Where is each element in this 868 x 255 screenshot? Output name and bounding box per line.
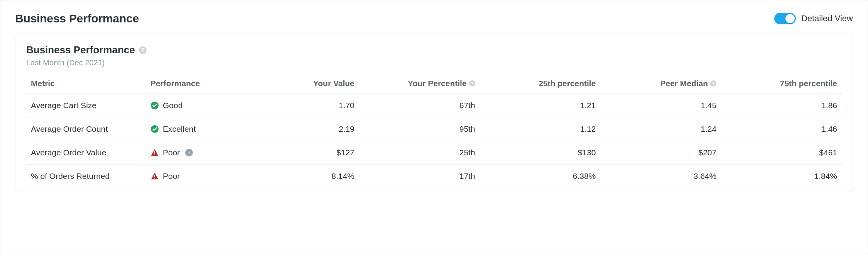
help-icon[interactable]: ? — [139, 46, 147, 54]
col-header-p75: 75th percentile — [721, 77, 842, 94]
table-row: % of Orders ReturnedPoor8.14%17th6.38%3.… — [26, 165, 842, 188]
performance-cell: Poor — [146, 165, 238, 188]
your-value-cell: 1.70 — [238, 94, 359, 117]
check-circle-icon — [150, 101, 159, 110]
metric-cell: Average Order Value — [26, 141, 146, 165]
peer-median-cell: $207 — [600, 141, 721, 165]
metric-cell: Average Order Count — [26, 117, 146, 141]
svg-rect-3 — [154, 155, 155, 155]
p25-cell: 1.21 — [480, 94, 601, 117]
col-header-peer-median: Peer Median ? — [600, 77, 721, 94]
performance-cell: Good — [146, 94, 238, 117]
col-header-peer-median-label: Peer Median — [660, 79, 708, 88]
svg-rect-5 — [154, 178, 155, 179]
performance-card: Business Performance ? Last Month (Dec 2… — [15, 34, 853, 192]
detailed-view-toggle[interactable] — [774, 13, 796, 24]
table-header-row: Metric Performance Your Value Your Perce… — [26, 77, 842, 94]
p75-cell: 1.84% — [721, 165, 842, 188]
business-performance-panel: Business Performance Detailed View Busin… — [0, 0, 868, 255]
col-header-metric: Metric — [26, 77, 146, 94]
p75-cell: $461 — [721, 141, 842, 165]
performance-label: Excellent — [163, 124, 196, 134]
help-icon[interactable]: ? — [710, 80, 716, 87]
col-header-performance: Performance — [146, 77, 238, 94]
col-header-your-percentile-label: Your Percentile — [408, 79, 467, 88]
card-title-row: Business Performance ? — [26, 44, 842, 56]
performance-label: Poor — [163, 148, 180, 157]
svg-rect-2 — [154, 151, 155, 153]
peer-median-cell: 3.64% — [600, 165, 721, 188]
your-percentile-cell: 67th — [359, 94, 480, 117]
your-value-cell: 8.14% — [238, 165, 359, 188]
performance-cell: Poori — [146, 141, 238, 165]
your-percentile-cell: 17th — [359, 165, 480, 188]
your-percentile-cell: 25th — [359, 141, 480, 165]
detailed-view-label: Detailed View — [801, 14, 853, 24]
p25-cell: 6.38% — [480, 165, 601, 188]
header-row: Business Performance Detailed View — [15, 12, 853, 25]
table-row: Average Order ValuePoori$12725th$130$207… — [26, 141, 842, 165]
metric-cell: % of Orders Returned — [26, 165, 146, 188]
card-title: Business Performance — [26, 44, 135, 56]
peer-median-cell: 1.45 — [600, 94, 721, 117]
detailed-view-toggle-wrap: Detailed View — [774, 13, 853, 24]
warning-triangle-icon — [150, 148, 159, 157]
p25-cell: $130 — [480, 141, 601, 165]
col-header-your-percentile: Your Percentile ? — [359, 77, 480, 94]
your-percentile-cell: 95th — [359, 117, 480, 141]
help-icon[interactable]: ? — [469, 80, 475, 87]
info-icon[interactable]: i — [185, 149, 193, 156]
svg-rect-4 — [154, 175, 155, 177]
peer-median-cell: 1.24 — [600, 117, 721, 141]
your-value-cell: 2.19 — [238, 117, 359, 141]
card-subtitle: Last Month (Dec 2021) — [26, 58, 842, 67]
your-value-cell: $127 — [238, 141, 359, 165]
p75-cell: 1.46 — [721, 117, 842, 141]
performance-table: Metric Performance Your Value Your Perce… — [26, 77, 842, 188]
table-row: Average Order CountExcellent2.1995th1.12… — [26, 117, 842, 141]
col-header-your-value: Your Value — [238, 77, 359, 94]
warning-triangle-icon — [150, 172, 159, 180]
p25-cell: 1.12 — [480, 117, 601, 141]
performance-label: Poor — [163, 172, 180, 181]
check-circle-icon — [150, 125, 159, 133]
p75-cell: 1.86 — [721, 94, 842, 117]
toggle-knob — [785, 14, 795, 23]
col-header-p25: 25th percentile — [480, 77, 601, 94]
table-row: Average Cart SizeGood1.7067th1.211.451.8… — [26, 94, 842, 117]
performance-cell: Excellent — [146, 117, 238, 141]
page-title: Business Performance — [15, 12, 139, 25]
performance-label: Good — [163, 101, 182, 110]
metric-cell: Average Cart Size — [26, 94, 146, 117]
